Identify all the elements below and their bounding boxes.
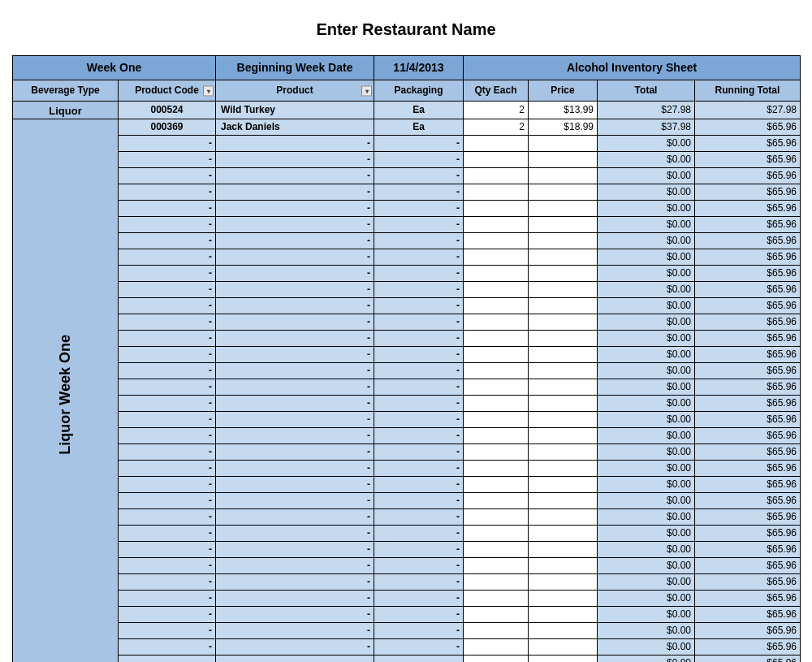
cell-code[interactable]: - — [119, 363, 216, 379]
cell-price[interactable] — [529, 607, 598, 623]
cell-product[interactable]: - — [216, 639, 374, 656]
cell-code[interactable]: - — [119, 591, 216, 607]
cell-qty[interactable] — [464, 282, 529, 298]
cell-code[interactable]: - — [119, 493, 216, 509]
cell-packaging[interactable]: - — [374, 493, 464, 509]
cell-price[interactable] — [529, 444, 598, 461]
cell-product[interactable]: - — [216, 282, 374, 298]
cell-packaging[interactable]: - — [374, 461, 464, 477]
cell-product[interactable]: - — [216, 201, 374, 217]
cell-code[interactable]: - — [119, 656, 216, 663]
cell-packaging[interactable]: Ea — [374, 102, 464, 119]
cell-price[interactable] — [529, 347, 598, 363]
cell-product[interactable]: - — [216, 509, 374, 526]
cell-packaging[interactable]: - — [374, 542, 464, 558]
cell-price[interactable] — [529, 509, 598, 526]
cell-qty[interactable] — [464, 444, 529, 461]
cell-code[interactable]: - — [119, 347, 216, 363]
cell-qty[interactable] — [464, 217, 529, 233]
cell-product[interactable]: - — [216, 396, 374, 412]
cell-qty[interactable] — [464, 347, 529, 363]
cell-product[interactable]: - — [216, 363, 374, 379]
cell-price[interactable] — [529, 363, 598, 379]
cell-qty[interactable] — [464, 363, 529, 379]
cell-code[interactable]: - — [119, 558, 216, 574]
cell-code[interactable]: - — [119, 168, 216, 184]
cell-code[interactable]: - — [119, 217, 216, 233]
cell-product[interactable]: Jack Daniels — [216, 119, 374, 136]
cell-qty[interactable] — [464, 607, 529, 623]
cell-code[interactable]: - — [119, 542, 216, 558]
cell-packaging[interactable]: - — [374, 558, 464, 574]
cell-product[interactable]: - — [216, 266, 374, 282]
cell-code[interactable]: - — [119, 607, 216, 623]
cell-code[interactable]: - — [119, 298, 216, 314]
cell-product[interactable]: - — [216, 428, 374, 444]
cell-price[interactable] — [529, 379, 598, 396]
cell-price[interactable] — [529, 656, 598, 663]
cell-qty[interactable] — [464, 266, 529, 282]
cell-product[interactable]: - — [216, 656, 374, 663]
cell-price[interactable] — [529, 558, 598, 574]
cell-qty[interactable]: 2 — [464, 119, 529, 136]
cell-code[interactable]: - — [119, 266, 216, 282]
cell-product[interactable]: - — [216, 558, 374, 574]
cell-product[interactable]: - — [216, 168, 374, 184]
cell-price[interactable] — [529, 396, 598, 412]
cell-product[interactable]: - — [216, 136, 374, 152]
cell-code[interactable]: - — [119, 509, 216, 526]
cell-packaging[interactable]: - — [374, 574, 464, 591]
cell-product[interactable]: - — [216, 493, 374, 509]
cell-qty[interactable] — [464, 509, 529, 526]
cell-price[interactable] — [529, 168, 598, 184]
cell-qty[interactable] — [464, 201, 529, 217]
begin-week-date[interactable]: 11/4/2013 — [374, 56, 464, 80]
cell-packaging[interactable]: - — [374, 477, 464, 493]
cell-product[interactable]: - — [216, 249, 374, 266]
cell-packaging[interactable]: - — [374, 266, 464, 282]
cell-qty[interactable] — [464, 152, 529, 168]
cell-price[interactable] — [529, 493, 598, 509]
cell-price[interactable]: $13.99 — [529, 102, 598, 119]
cell-product[interactable]: - — [216, 152, 374, 168]
cell-code[interactable]: - — [119, 526, 216, 542]
cell-price[interactable] — [529, 477, 598, 493]
cell-product[interactable]: - — [216, 217, 374, 233]
cell-product[interactable]: - — [216, 444, 374, 461]
cell-product[interactable]: - — [216, 574, 374, 591]
cell-price[interactable]: $18.99 — [529, 119, 598, 136]
cell-price[interactable] — [529, 428, 598, 444]
cell-code[interactable]: - — [119, 461, 216, 477]
cell-qty[interactable] — [464, 298, 529, 314]
cell-product[interactable]: - — [216, 591, 374, 607]
cell-qty[interactable] — [464, 428, 529, 444]
cell-packaging[interactable]: - — [374, 412, 464, 428]
cell-packaging[interactable]: - — [374, 314, 464, 331]
cell-packaging[interactable]: - — [374, 136, 464, 152]
cell-qty[interactable] — [464, 412, 529, 428]
cell-product[interactable]: - — [216, 233, 374, 249]
cell-packaging[interactable]: - — [374, 201, 464, 217]
cell-packaging[interactable]: - — [374, 639, 464, 656]
cell-price[interactable] — [529, 574, 598, 591]
cell-price[interactable] — [529, 591, 598, 607]
cell-packaging[interactable]: - — [374, 217, 464, 233]
cell-qty[interactable] — [464, 184, 529, 201]
cell-code[interactable]: - — [119, 396, 216, 412]
cell-qty[interactable] — [464, 249, 529, 266]
cell-price[interactable] — [529, 184, 598, 201]
cell-qty[interactable] — [464, 314, 529, 331]
cell-packaging[interactable]: - — [374, 168, 464, 184]
cell-qty[interactable] — [464, 558, 529, 574]
cell-price[interactable] — [529, 217, 598, 233]
cell-price[interactable] — [529, 266, 598, 282]
cell-qty[interactable] — [464, 493, 529, 509]
cell-code[interactable]: - — [119, 184, 216, 201]
cell-packaging[interactable]: - — [374, 363, 464, 379]
cell-packaging[interactable]: - — [374, 509, 464, 526]
cell-code[interactable]: - — [119, 574, 216, 591]
cell-price[interactable] — [529, 412, 598, 428]
cell-qty[interactable] — [464, 379, 529, 396]
cell-packaging[interactable]: Ea — [374, 119, 464, 136]
cell-qty[interactable] — [464, 526, 529, 542]
